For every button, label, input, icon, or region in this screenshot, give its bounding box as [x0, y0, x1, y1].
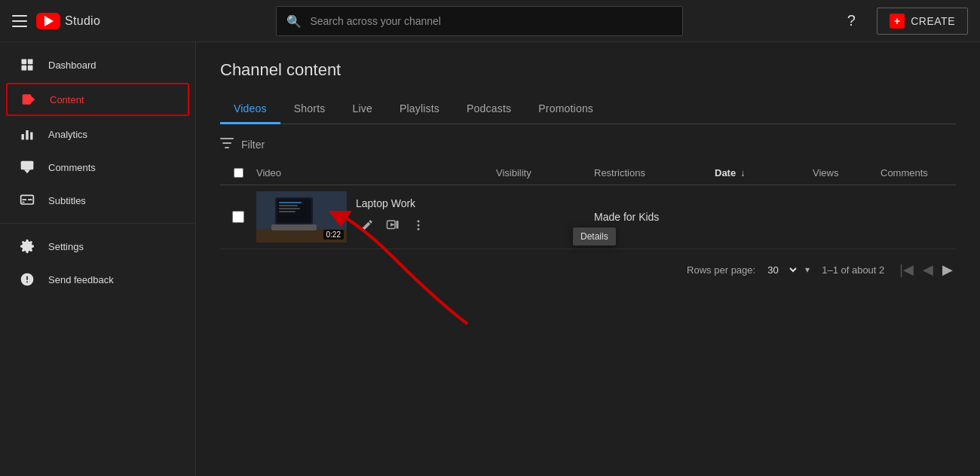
svg-rect-0	[22, 60, 27, 65]
svg-rect-7	[26, 130, 28, 140]
header-right: ? + CREATE	[838, 8, 968, 35]
analytics-icon	[18, 127, 36, 142]
header-views: Views	[813, 167, 880, 178]
logo-container: Studio	[36, 13, 100, 29]
tab-promotions[interactable]: Promotions	[525, 95, 607, 124]
youtube-logo-icon	[36, 13, 60, 29]
sidebar-item-analytics[interactable]: Analytics	[0, 117, 195, 151]
svg-rect-2	[22, 66, 27, 71]
svg-rect-12	[22, 199, 26, 200]
sidebar-item-feedback[interactable]: Send feedback	[0, 263, 195, 296]
sidebar-item-subtitles[interactable]: Subtitles	[0, 184, 195, 217]
watch-button[interactable]	[381, 214, 404, 236]
row-check[interactable]	[220, 211, 256, 223]
create-label: CREATE	[911, 15, 955, 27]
svg-rect-23	[279, 202, 302, 203]
hamburger-menu-icon[interactable]	[12, 15, 27, 27]
sidebar-settings-label: Settings	[48, 241, 84, 252]
comments-icon	[18, 160, 36, 175]
svg-rect-15	[220, 138, 234, 139]
tab-videos[interactable]: Videos	[220, 95, 280, 124]
edit-button[interactable]	[356, 214, 378, 236]
tab-live[interactable]: Live	[338, 95, 385, 124]
content-icon	[20, 92, 38, 107]
svg-marker-5	[29, 94, 35, 104]
sidebar-analytics-label: Analytics	[48, 129, 87, 140]
header-check[interactable]	[220, 168, 256, 178]
tab-podcasts[interactable]: Podcasts	[453, 95, 525, 124]
rows-per-page: Rows per page: 30 50 100 ▾	[687, 262, 810, 278]
row-checkbox[interactable]	[232, 211, 244, 223]
tabs-bar: Videos Shorts Live Playlists Podcasts Pr…	[220, 95, 956, 124]
svg-point-31	[418, 224, 420, 227]
header: Studio 🔍 ? + CREATE	[0, 0, 980, 42]
svg-rect-9	[21, 161, 34, 170]
svg-point-32	[418, 228, 420, 230]
header-video: Video	[256, 167, 496, 178]
sort-arrow-icon: ↓	[740, 168, 745, 178]
more-options-button[interactable]	[407, 214, 430, 236]
video-actions: Details	[356, 214, 430, 236]
svg-rect-3	[28, 66, 33, 71]
sidebar-item-dashboard[interactable]: Dashboard	[0, 48, 195, 81]
create-button[interactable]: + CREATE	[877, 8, 968, 35]
rows-per-page-select[interactable]: 30 50 100	[761, 262, 799, 278]
select-all-checkbox[interactable]	[234, 168, 243, 178]
svg-rect-24	[279, 205, 298, 206]
header-date[interactable]: Date ↓	[715, 167, 813, 178]
sidebar-item-comments[interactable]: Comments	[0, 151, 195, 184]
create-icon: +	[890, 14, 905, 29]
dashboard-icon	[18, 57, 36, 72]
sidebar-item-content[interactable]: Content	[8, 84, 188, 114]
help-button[interactable]: ?	[838, 8, 865, 35]
pagination-row: Rows per page: 30 50 100 ▾ 1–1 of about …	[220, 249, 956, 290]
svg-point-30	[418, 220, 420, 222]
filter-label: Filter	[241, 139, 265, 151]
subtitles-icon	[18, 193, 36, 208]
feedback-icon	[18, 272, 36, 287]
sidebar-item-settings[interactable]: Settings	[0, 230, 195, 263]
content-area: Channel content Videos Shorts Live Playl…	[196, 42, 980, 476]
search-bar: 🔍	[276, 6, 683, 36]
video-thumbnail: 0:22	[256, 191, 347, 243]
svg-marker-28	[390, 223, 395, 227]
page-navigation: |◀ ◀ ▶	[896, 258, 956, 281]
sidebar-dashboard-label: Dashboard	[48, 60, 96, 71]
header-visibility: Visibility	[496, 167, 594, 178]
svg-rect-1	[28, 60, 33, 65]
svg-rect-13	[28, 199, 32, 200]
tab-shorts[interactable]: Shorts	[280, 95, 339, 124]
header-left: Studio	[12, 13, 193, 29]
video-duration: 0:22	[323, 230, 344, 240]
prev-page-button[interactable]: ◀	[920, 258, 936, 281]
filter-icon	[220, 136, 234, 152]
next-page-button[interactable]: ▶	[939, 258, 956, 281]
settings-icon	[18, 239, 36, 254]
svg-rect-14	[22, 202, 24, 203]
sidebar-content-highlight-box: Content	[6, 83, 189, 116]
svg-rect-20	[271, 224, 317, 230]
table-row: 0:22 Laptop Work	[220, 185, 956, 249]
svg-rect-16	[222, 142, 231, 144]
tab-playlists[interactable]: Playlists	[386, 95, 453, 124]
tooltip-details: Details	[573, 227, 616, 246]
video-title: Laptop Work	[356, 197, 430, 209]
row-restrictions: Made for Kids	[594, 211, 715, 223]
svg-rect-6	[22, 134, 24, 140]
search-icon: 🔍	[286, 14, 302, 28]
sidebar-divider	[0, 223, 195, 224]
sidebar-feedback-label: Send feedback	[48, 274, 114, 285]
svg-rect-8	[30, 133, 32, 140]
table: Video Visibility Restrictions Date ↓ Vie…	[220, 161, 956, 249]
search-input[interactable]	[276, 6, 683, 36]
svg-rect-25	[279, 208, 300, 209]
table-header: Video Visibility Restrictions Date ↓ Vie…	[220, 161, 956, 185]
header-restrictions: Restrictions	[594, 167, 715, 178]
sidebar-comments-label: Comments	[48, 162, 96, 173]
sidebar-subtitles-label: Subtitles	[48, 195, 86, 206]
main-layout: Dashboard Content Analytics Comments	[0, 42, 980, 476]
dropdown-icon: ▾	[805, 264, 810, 275]
page-title: Channel content	[220, 60, 956, 80]
play-triangle-icon	[44, 16, 54, 26]
first-page-button[interactable]: |◀	[896, 258, 917, 281]
